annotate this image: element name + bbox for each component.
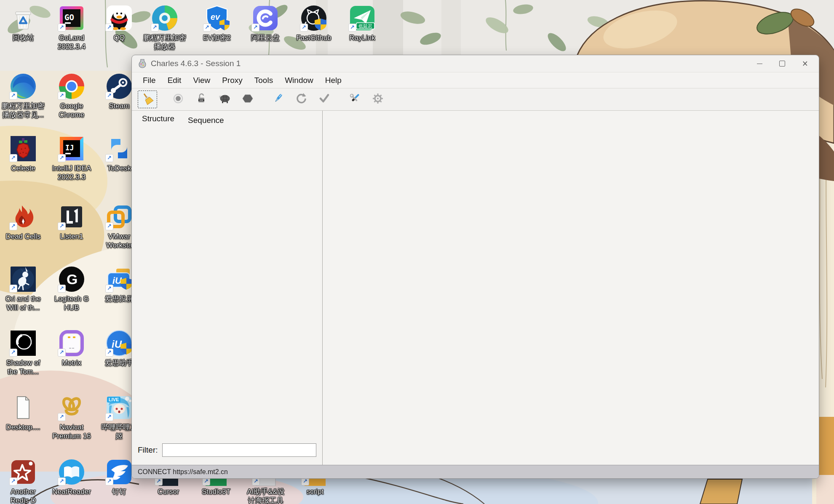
tab-structure[interactable]: Structure — [137, 112, 179, 125]
menu-item-edit[interactable]: Edit — [162, 76, 187, 85]
aisi-helper-icon: iU↗ — [105, 329, 133, 357]
desktop-icon-qq[interactable]: ↗QQ — [96, 4, 142, 42]
toolbar-button-record[interactable] — [168, 91, 188, 108]
left-panel: StructureSequence Filter: — [132, 111, 322, 465]
icon-label: 钉钉 — [96, 487, 142, 496]
desktop-icon-pengcheng-player[interactable]: ↗鹏程万里加密播放器 — [142, 4, 188, 51]
menu-bar: FileEditViewProxyToolsWindowHelp — [132, 72, 819, 88]
desktop-icon-another-redis[interactable]: ↗AnotherRedis D — [0, 458, 46, 504]
shortcut-arrow-icon: ↗ — [105, 92, 113, 100]
desktop-icon-raylink[interactable]: 低延迟↗RayLink — [339, 4, 385, 42]
maximize-icon — [779, 61, 785, 67]
charles-app-icon — [138, 59, 147, 69]
icon-label: Shadow ofthe Tom... — [0, 358, 46, 376]
desktop-icon-neatreader[interactable]: ↗NeatReader — [48, 458, 95, 496]
toolbar-button-turtle[interactable] — [215, 91, 234, 108]
minimize-icon — [757, 64, 762, 64]
window-title: Charles 4.6.3 - Session 1 — [151, 59, 241, 68]
dead-cells-icon: ↗ — [9, 203, 37, 231]
shortcut-arrow-icon: ↗ — [9, 285, 17, 293]
vmware-workstation-icon: ↗ — [105, 203, 133, 231]
shortcut-arrow-icon: ↗ — [105, 477, 113, 485]
desktop-icon-ev-encrypt-2[interactable]: ev↗EV加密2 — [194, 4, 240, 42]
menu-item-tools[interactable]: Tools — [249, 76, 279, 85]
fastgithub-icon: ↗ — [300, 4, 328, 32]
menu-item-file[interactable]: File — [137, 76, 162, 85]
recycle-bin-icon — [9, 4, 37, 32]
tab-sequence[interactable]: Sequence — [183, 114, 229, 127]
throttle-turtle-icon — [218, 92, 231, 107]
desktop-icon-navicat-premium-16[interactable]: ↗NavicatPremium 16 — [48, 394, 95, 440]
desktop-icon-listen1[interactable]: ↗Listen1 — [48, 203, 95, 241]
shortcut-arrow-icon: ↗ — [348, 24, 356, 32]
logitech-g-hub-icon: G↗ — [58, 265, 86, 293]
desktop-icon-ori-will-of-wisps[interactable]: ↗Ori and theWill of th... — [0, 265, 46, 312]
desktop-icon-dead-cells[interactable]: ↗Dead Cells — [0, 203, 46, 241]
record-icon — [171, 92, 185, 107]
aliyun-drive-icon: ↗ — [251, 4, 279, 32]
status-bar: CONNECT https://safe.mt2.cn — [132, 465, 819, 478]
desktop-icon-pengcheng-player-faq[interactable]: ↗鹏程万里加密播放器常见... — [0, 72, 46, 119]
svg-text:G: G — [67, 271, 78, 287]
raylink-icon: 低延迟↗ — [348, 4, 376, 32]
icon-label: GoogleChrome — [48, 101, 95, 119]
breakpoints-hexagon-icon — [241, 92, 254, 107]
title-bar[interactable]: Charles 4.6.3 - Session 1 × — [132, 55, 819, 72]
menu-item-view[interactable]: View — [187, 76, 216, 85]
menu-item-proxy[interactable]: Proxy — [216, 76, 249, 85]
icon-label: Logitech GHUB — [48, 294, 95, 312]
toolbar-button-lock[interactable] — [192, 91, 211, 108]
charles-window: Charles 4.6.3 - Session 1 × FileEditView… — [131, 55, 819, 479]
toolbar-button-tools[interactable] — [345, 91, 364, 108]
svg-text:ev: ev — [211, 12, 221, 21]
validate-check-icon — [318, 92, 331, 107]
svg-text:IJ: IJ — [65, 144, 74, 152]
maximize-button[interactable] — [771, 56, 794, 72]
shortcut-arrow-icon: ↗ — [151, 24, 159, 32]
settings-gear-icon — [371, 92, 385, 107]
desktop-icon-recycle-bin[interactable]: 回收站 — [0, 4, 46, 42]
minimize-button[interactable] — [748, 56, 771, 72]
listen1-icon: ↗ — [58, 203, 86, 231]
shortcut-arrow-icon: ↗ — [9, 92, 17, 100]
shortcut-arrow-icon: ↗ — [105, 413, 113, 421]
menu-item-window[interactable]: Window — [279, 76, 319, 85]
toolbar-button-hexagon[interactable] — [238, 91, 257, 108]
close-button[interactable]: × — [794, 56, 816, 72]
tools-icon — [348, 92, 361, 107]
desktop-icon-google-chrome[interactable]: ↗GoogleChrome — [48, 72, 95, 119]
toolbar-button-gear[interactable] — [368, 91, 388, 108]
desktop-icon-intellij-idea[interactable]: IJ↗IntelliJ IDEA2022.3.3 — [48, 135, 95, 181]
close-icon: × — [802, 59, 807, 69]
shortcut-arrow-icon: ↗ — [105, 154, 113, 162]
ori-will-of-wisps-icon: ↗ — [9, 265, 37, 293]
toolbar-button-broom[interactable] — [138, 91, 157, 108]
icon-label: 鹏程万里加密播放器常见... — [0, 101, 46, 119]
desktop-icon-fastgithub[interactable]: ↗FastGithub — [291, 4, 337, 42]
filter-input[interactable] — [162, 443, 317, 457]
desktop-icon-desktop-file[interactable]: Desktop.... — [0, 394, 46, 432]
toolbar-button-pen[interactable] — [268, 91, 288, 108]
ev-encrypt-2-icon: ev↗ — [203, 4, 231, 32]
icon-label: GoLand2022.3.4 — [48, 33, 95, 51]
toolbar-button-check[interactable] — [315, 91, 334, 108]
menu-item-help[interactable]: Help — [319, 76, 348, 85]
desktop-icon-aliyun-drive[interactable]: ↗阿里云盘 — [242, 4, 289, 42]
toolbar-button-refresh[interactable] — [291, 91, 311, 108]
desktop-icon-shadow-of-tomb[interactable]: ↗Shadow ofthe Tom... — [0, 329, 46, 376]
pengcheng-player-icon: ↗ — [151, 4, 179, 32]
desktop-icon-goland[interactable]: GO↗GoLand2022.3.4 — [48, 4, 95, 51]
icon-label: EV加密2 — [194, 33, 240, 42]
icon-label: Celeste — [0, 164, 46, 173]
bilibili-live-icon: LIVE↗ — [105, 394, 133, 421]
desktop-icon-logitech-g-hub[interactable]: G↗Logitech GHUB — [48, 265, 95, 312]
desktop-icon-motrix[interactable]: ↗Motrix — [48, 329, 95, 367]
detail-panel — [323, 111, 819, 465]
shortcut-arrow-icon: ↗ — [9, 349, 17, 357]
shortcut-arrow-icon: ↗ — [58, 349, 66, 357]
shortcut-arrow-icon: ↗ — [9, 222, 17, 230]
goland-icon: GO↗ — [58, 4, 86, 32]
shortcut-arrow-icon: ↗ — [9, 477, 17, 485]
desktop-icon-celeste[interactable]: ↗Celeste — [0, 135, 46, 173]
pengcheng-player-faq-icon: ↗ — [9, 72, 37, 100]
